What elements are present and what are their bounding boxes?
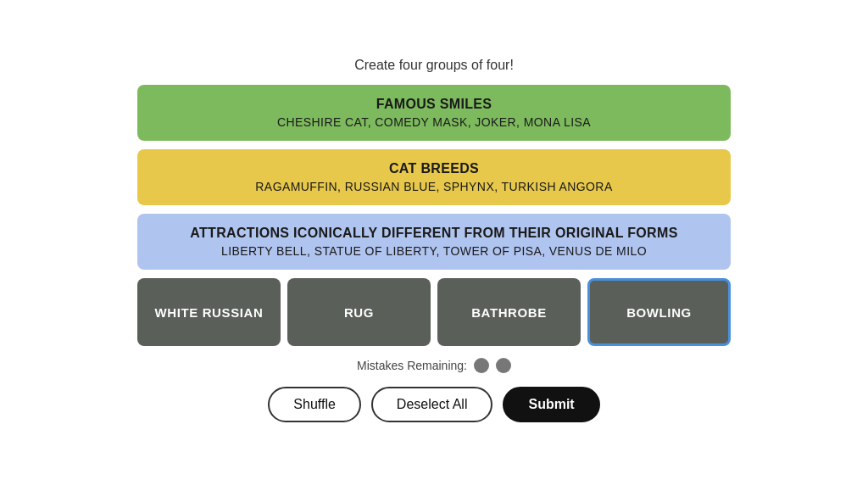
deselect-all-button[interactable]: Deselect All xyxy=(371,387,493,422)
group-title-attractions: ATTRACTIONS ICONICALLY DIFFERENT FROM TH… xyxy=(154,226,714,241)
group-card-attractions: ATTRACTIONS ICONICALLY DIFFERENT FROM TH… xyxy=(137,214,731,270)
group-items-famous-smiles: CHESHIRE CAT, COMEDY MASK, JOKER, MONA L… xyxy=(154,115,714,129)
tile-rug[interactable]: RUG xyxy=(287,278,431,346)
group-card-cat-breeds: CAT BREEDS RAGAMUFFIN, RUSSIAN BLUE, SPH… xyxy=(137,149,731,205)
mistakes-row: Mistakes Remaining: xyxy=(357,358,511,373)
group-items-cat-breeds: RAGAMUFFIN, RUSSIAN BLUE, SPHYNX, TURKIS… xyxy=(154,180,714,193)
tile-bowling[interactable]: BOWLING xyxy=(587,278,731,346)
mistake-dot-2 xyxy=(496,358,511,373)
group-title-cat-breeds: CAT BREEDS xyxy=(154,161,714,176)
tile-bathrobe[interactable]: BATHROBE xyxy=(437,278,581,346)
mistake-dot-1 xyxy=(474,358,489,373)
buttons-row: Shuffle Deselect All Submit xyxy=(268,387,599,422)
game-container: Create four groups of four! FAMOUS SMILE… xyxy=(137,58,731,422)
submit-button[interactable]: Submit xyxy=(503,387,599,422)
instructions-text: Create four groups of four! xyxy=(354,58,514,73)
shuffle-button[interactable]: Shuffle xyxy=(268,387,361,422)
group-items-attractions: LIBERTY BELL, STATUE OF LIBERTY, TOWER O… xyxy=(154,244,714,258)
group-title-famous-smiles: FAMOUS SMILES xyxy=(154,97,714,112)
tiles-row: WHITE RUSSIAN RUG BATHROBE BOWLING xyxy=(137,278,731,346)
tile-white-russian[interactable]: WHITE RUSSIAN xyxy=(137,278,281,346)
mistakes-label: Mistakes Remaining: xyxy=(357,359,467,372)
group-card-famous-smiles: FAMOUS SMILES CHESHIRE CAT, COMEDY MASK,… xyxy=(137,85,731,141)
